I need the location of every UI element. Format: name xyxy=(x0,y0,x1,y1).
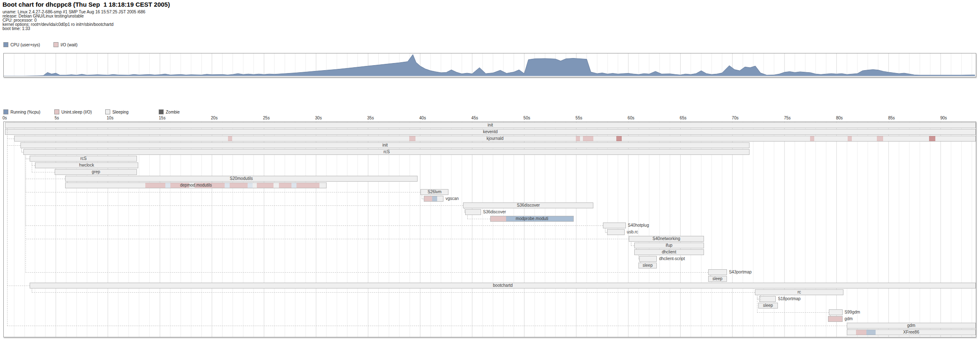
cpu-chart-legend: CPU (user+sys)I/O (wait) xyxy=(3,42,254,47)
state-segment-io xyxy=(257,183,273,188)
tree-connector-h xyxy=(25,159,30,159)
state-segment-runl xyxy=(432,196,438,201)
meta-boot-time: boot time: 1:33 xyxy=(3,27,30,31)
tree-connector-v xyxy=(32,161,32,172)
state-segment-sl2 xyxy=(248,183,253,188)
io-swatch-icon xyxy=(53,42,58,47)
process-bar-rcs xyxy=(23,149,750,155)
process-bar-usb-rc xyxy=(607,229,625,235)
tree-connector-v xyxy=(631,241,631,246)
legend-item-i-o-wait-: I/O (wait) xyxy=(53,42,78,47)
tree-connector-v xyxy=(7,128,8,326)
state-segment-io xyxy=(576,136,580,141)
process-bar-xfree86 xyxy=(847,329,976,335)
state-segment-sl2 xyxy=(291,183,297,188)
tree-connector-h xyxy=(7,139,15,139)
axis-tick-label: 50s xyxy=(524,116,530,120)
process-bar-s40networking xyxy=(629,236,704,242)
state-segment-iod xyxy=(929,136,935,141)
state-segment-io xyxy=(409,136,415,141)
process-bar-kjournald xyxy=(14,136,976,142)
process-bar-s36discover xyxy=(465,209,481,215)
legend-label: CPU (user+sys) xyxy=(10,43,40,47)
process-bar-s99gdm xyxy=(829,309,842,315)
process-bar-s26lvm xyxy=(420,189,448,195)
axis-tick-label: 65s xyxy=(680,116,686,120)
process-bar-gdm xyxy=(847,323,976,329)
process-bar-sleep xyxy=(758,303,778,309)
legend-item-unint-sleep-i-o-: Unint.sleep (I/O) xyxy=(54,109,92,114)
state-segment-io xyxy=(877,136,883,141)
running-swatch-icon xyxy=(3,42,8,47)
state-segment-iod xyxy=(616,136,622,141)
state-segment-io xyxy=(279,183,291,188)
axis-tick-label: 70s xyxy=(732,116,739,120)
page-title: Boot chart for dhcppc8 (Thu Sep 1 18:18:… xyxy=(3,1,170,8)
state-segment-io xyxy=(195,183,225,188)
tree-connector-h xyxy=(757,312,829,313)
tree-connector-h xyxy=(25,239,629,239)
tree-connector-v xyxy=(467,215,468,219)
tree-connector-h xyxy=(7,326,847,326)
state-segment-io xyxy=(856,330,866,335)
state-segment-io xyxy=(583,136,593,141)
state-segment-run xyxy=(506,216,574,221)
process-bar-hwclock xyxy=(35,162,138,168)
tree-connector-h xyxy=(467,219,490,219)
tree-connector-v xyxy=(21,148,22,152)
process-bar-init xyxy=(5,122,976,128)
axis-tick-label: 5s xyxy=(55,116,59,120)
axis-tick-label: 25s xyxy=(263,116,270,120)
process-bar-bootchartd xyxy=(30,283,976,288)
axis-tick-label: 0s xyxy=(3,116,7,120)
process-tree-chart: initkeventdkjournaldinitrcSrcShwclockgre… xyxy=(3,121,976,337)
legend-label: Running (%cpu) xyxy=(10,110,41,114)
legend-label: Zombie xyxy=(166,110,180,114)
axis-tick-label: 85s xyxy=(888,116,895,120)
state-segment-io xyxy=(848,136,852,141)
tree-connector-v xyxy=(464,208,465,213)
legend-item-cpu-user-sys-: CPU (user+sys) xyxy=(3,42,40,47)
tree-connector-h xyxy=(32,172,55,172)
tree-connector-h xyxy=(25,179,65,179)
process-bar-ifup xyxy=(634,243,704,248)
axis-tick-label: 10s xyxy=(107,116,114,120)
axis-tick-label: 20s xyxy=(211,116,218,120)
process-bar-vgscan xyxy=(424,196,443,202)
process-bar-keventd xyxy=(5,129,976,135)
state-segment-io xyxy=(230,183,247,188)
tree-connector-h xyxy=(631,245,634,246)
process-bar-dhclient xyxy=(634,249,704,255)
process-bar-s36discover xyxy=(463,202,593,208)
state-segment-io xyxy=(828,316,843,321)
axis-tick-label: 90s xyxy=(940,116,947,120)
axis-tick-label: 35s xyxy=(367,116,374,120)
process-bar-rcs xyxy=(30,156,137,162)
axis-tick-label: 55s xyxy=(575,116,582,120)
tree-connector-v xyxy=(757,295,757,313)
state-segment-io xyxy=(145,183,165,188)
legend-item-zombie: Zombie xyxy=(159,109,180,114)
tree-connector-h xyxy=(25,225,603,226)
process-bar-rc xyxy=(755,289,843,295)
state-segment-io xyxy=(170,183,189,188)
process-bar-init xyxy=(20,142,750,148)
state-segment-runl xyxy=(866,330,876,335)
process-bar-sleep xyxy=(708,276,727,282)
tree-connector-h xyxy=(25,192,420,192)
process-chart-legend: Running (%cpu)Unint.sleep (I/O)SleepingZ… xyxy=(3,109,379,114)
axis-tick-label: 40s xyxy=(419,116,426,120)
tree-connector-h xyxy=(7,286,30,286)
running-swatch-icon xyxy=(3,109,8,114)
state-segment-sl2 xyxy=(165,183,171,188)
tree-connector-v xyxy=(25,154,26,273)
axis-tick-label: 45s xyxy=(471,116,478,120)
io-swatch-icon xyxy=(54,109,59,114)
process-bar-grep xyxy=(55,169,137,175)
axis-tick-label: 30s xyxy=(315,116,322,120)
cpu-usage-chart xyxy=(3,53,976,77)
process-bar-dhclient-script xyxy=(639,256,657,262)
process-bar-s43portmap xyxy=(708,269,727,275)
process-bar-s40hotplug xyxy=(603,223,626,228)
tree-connector-v xyxy=(638,255,639,259)
